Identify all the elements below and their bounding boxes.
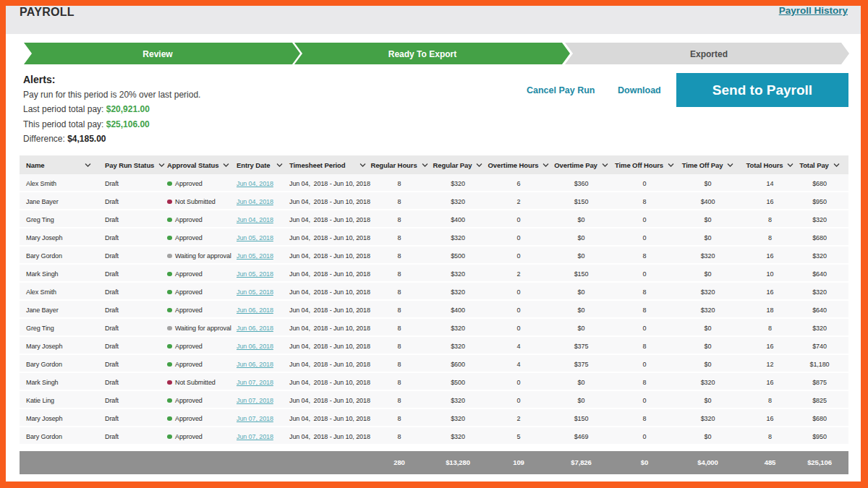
svg-text:Exported: Exported [690, 49, 728, 59]
svg-text:Ready To Export: Ready To Export [388, 49, 456, 59]
svg-text:Review: Review [142, 49, 173, 59]
